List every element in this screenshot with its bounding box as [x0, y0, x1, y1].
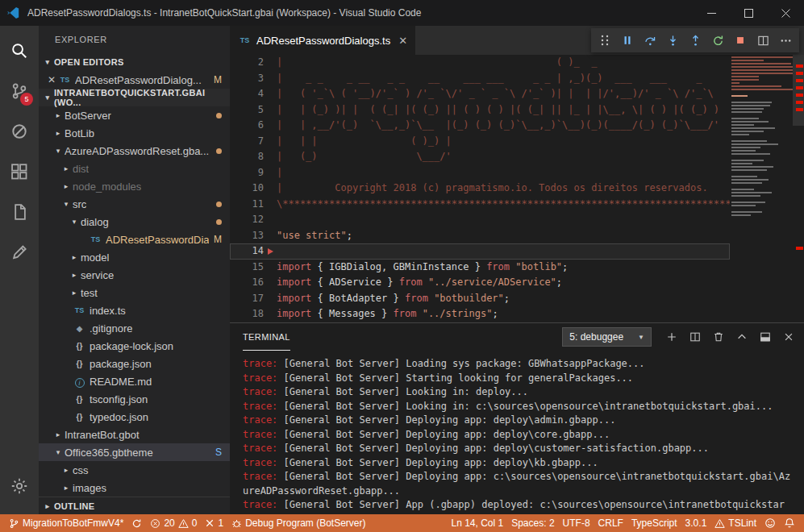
- tree-item-tsconfig-json[interactable]: {}tsconfig.json: [39, 390, 230, 408]
- code-line-14[interactable]: 14: [230, 243, 730, 260]
- code-line-4[interactable]: 4| ( '_`\ ( '__)/'_` ) /'_ `\/' _ ` _ `\…: [230, 86, 730, 102]
- status-encoding[interactable]: UTF-8: [559, 514, 594, 532]
- tree-item-office365-gbtheme[interactable]: ▾Office365.gbthemeS: [39, 443, 230, 461]
- pause-button[interactable]: [616, 29, 639, 52]
- source-control-icon[interactable]: 5: [0, 71, 39, 111]
- new-terminal-icon[interactable]: [666, 331, 677, 343]
- code-line-6[interactable]: 6| | ,__/'(_) `\__,_)`\__ |(_) (_) (_)`\…: [230, 118, 730, 134]
- code-line-11[interactable]: 11\*************************************…: [230, 197, 730, 213]
- gutter-spacer: [264, 291, 277, 307]
- code-line-9[interactable]: 9| |: [230, 165, 730, 181]
- tree-item-typedoc-json[interactable]: {}typedoc.json: [39, 408, 230, 426]
- tree-item-package-json[interactable]: {}package.json: [39, 355, 230, 372]
- more-actions-icon[interactable]: [774, 29, 797, 52]
- code-line-16[interactable]: 16import { ADService } from "../service/…: [230, 275, 730, 291]
- workspace-section-header[interactable]: ▾ INTRANETBOTQUICKSTART.GBAI (WO...: [39, 89, 230, 106]
- code-line-7[interactable]: 7| | | ( )_) | |: [230, 134, 730, 150]
- line-number: 18: [230, 306, 264, 322]
- tree-item-images[interactable]: ▸images: [39, 479, 230, 497]
- terminal-line: trace: [General Bot Server] App (.gbapp)…: [243, 498, 796, 514]
- tree-item-intranetbot-gbot[interactable]: ▸IntranetBot.gbot: [39, 426, 230, 443]
- step-out-button[interactable]: [684, 29, 706, 52]
- explorer-icon[interactable]: [0, 192, 39, 232]
- close-panel-icon[interactable]: [783, 331, 794, 343]
- code-line-10[interactable]: 10| Copyright 2018 (c) pragmatismo.io. T…: [230, 181, 730, 197]
- tab-terminal[interactable]: TERMINAL: [243, 323, 290, 351]
- close-editor-icon[interactable]: ✕: [45, 74, 58, 85]
- stop-button[interactable]: [729, 29, 752, 52]
- code-line-5[interactable]: 5| | (_) )| | ( (_| |( (_) || ( ) ( ) |(…: [230, 102, 730, 118]
- status-language[interactable]: TypeScript: [627, 514, 681, 532]
- open-editor-item[interactable]: ✕ TS ADResetPasswordDialog... M: [39, 71, 230, 89]
- kill-terminal-icon[interactable]: [713, 331, 724, 343]
- tree-item-src[interactable]: ▾src: [39, 195, 230, 213]
- status-debug-target[interactable]: Debug Program (BotServer): [227, 514, 369, 532]
- code-line-3[interactable]: 3| _ _ _ __ _ _ __ ___ ___ _ _ | ,_)(_) …: [230, 71, 730, 87]
- status-indentation[interactable]: Spaces: 2: [507, 514, 558, 532]
- tree-item-node-modules[interactable]: ▸node_modules: [39, 177, 230, 195]
- code-area[interactable]: 2| ( )_ _ |3| _ _ _ __ _ _ __ ___ ___ _ …: [230, 55, 730, 322]
- tree-item-readme-md[interactable]: iREADME.md: [39, 372, 230, 390]
- tree-item-botlib[interactable]: ▸BotLib: [39, 124, 230, 142]
- tree-item-azureadpasswordreset-gba[interactable]: ▾AzureADPasswordReset.gba...: [39, 142, 230, 160]
- tree-item-service[interactable]: ▸service: [39, 266, 230, 284]
- tree-item-gitignore[interactable]: ◆.gitignore: [39, 319, 230, 337]
- settings-gear-icon[interactable]: [0, 466, 39, 506]
- tree-item-dist[interactable]: ▸dist: [39, 160, 230, 177]
- status-problems[interactable]: 20 0: [146, 514, 201, 532]
- terminal-output[interactable]: trace: [General Bot Server] Loading sys …: [230, 351, 804, 514]
- split-editor-icon[interactable]: [752, 29, 774, 52]
- restart-button[interactable]: [706, 29, 729, 52]
- step-over-button[interactable]: [639, 29, 661, 52]
- tree-item-label: package.json: [90, 358, 152, 370]
- tree-item-botserver[interactable]: ▸BotServer: [39, 106, 230, 124]
- tree-item-test[interactable]: ▸test: [39, 284, 230, 301]
- step-into-button[interactable]: [661, 29, 684, 52]
- close-button[interactable]: [767, 0, 804, 26]
- feedback-smiley-icon[interactable]: [760, 514, 780, 532]
- close-tab-icon[interactable]: ✕: [398, 35, 407, 47]
- code-line-13[interactable]: 13"use strict";: [230, 228, 730, 244]
- code-line-8[interactable]: 8| (_) \___/' |: [230, 149, 730, 165]
- code-line-17[interactable]: 17import { BotAdapter } from "botbuilder…: [230, 291, 730, 307]
- toggle-panel-icon[interactable]: [760, 331, 771, 343]
- status-version[interactable]: 3.0.1: [681, 514, 711, 532]
- maximize-panel-icon[interactable]: [736, 331, 748, 343]
- tree-item-css[interactable]: ▸css: [39, 461, 230, 479]
- chevron-right-icon: ▸: [52, 111, 65, 119]
- code-editor[interactable]: 2| ( )_ _ |3| _ _ _ __ _ _ __ ___ ___ _ …: [230, 55, 804, 322]
- minimap[interactable]: [730, 55, 793, 322]
- terminal-line: trace: [General Bot Server] Looking in: …: [243, 400, 796, 414]
- minimize-button[interactable]: [693, 0, 730, 26]
- extensions-icon[interactable]: [0, 152, 39, 192]
- open-editors-header[interactable]: ▾ OPEN EDITORS: [39, 53, 230, 71]
- notifications-bell-icon[interactable]: [780, 514, 799, 532]
- outline-section-header[interactable]: ▸ OUTLINE: [39, 497, 230, 514]
- split-terminal-icon[interactable]: [689, 331, 701, 343]
- tree-item-dialog[interactable]: ▾dialog: [39, 213, 230, 231]
- status-eol[interactable]: CRLF: [594, 514, 627, 532]
- edit-icon[interactable]: [0, 232, 39, 272]
- error-mark: [796, 72, 803, 75]
- drag-handle-icon[interactable]: [594, 29, 616, 52]
- tree-item-adresetpassworddial[interactable]: TSADResetPasswordDial...M: [39, 231, 230, 248]
- status-cursor-position[interactable]: Ln 14, Col 1: [447, 514, 507, 532]
- tree-item-model[interactable]: ▸model: [39, 248, 230, 266]
- status-fail-count[interactable]: 1: [201, 514, 227, 532]
- code-line-15[interactable]: 15import { IGBDialog, GBMinInstance } fr…: [230, 260, 730, 276]
- code-line-18[interactable]: 18import { Messages } from "../strings";: [230, 306, 730, 322]
- terminal-select[interactable]: 5: debuggee ▼: [562, 327, 652, 347]
- editor-scrollbar[interactable]: [793, 55, 804, 322]
- debug-icon[interactable]: [0, 111, 39, 152]
- tab-adresetpassworddialogs[interactable]: TS ADResetPasswordDialogs.ts ✕: [230, 26, 415, 55]
- code-line-12[interactable]: 12: [230, 212, 730, 228]
- search-icon[interactable]: [0, 31, 39, 71]
- status-branch[interactable]: MigrationToBotFmwV4*: [5, 514, 127, 532]
- code-line-2[interactable]: 2| ( )_ _ |: [230, 55, 730, 71]
- title-bar: ADResetPasswordDialogs.ts - IntranetBotQ…: [0, 0, 804, 26]
- status-tslint[interactable]: TSLint: [710, 514, 760, 532]
- tree-item-index-ts[interactable]: TSindex.ts: [39, 301, 230, 319]
- tree-item-package-lock-json[interactable]: {}package-lock.json: [39, 337, 230, 355]
- maximize-button[interactable]: [730, 0, 767, 26]
- status-sync-icon[interactable]: [127, 514, 146, 532]
